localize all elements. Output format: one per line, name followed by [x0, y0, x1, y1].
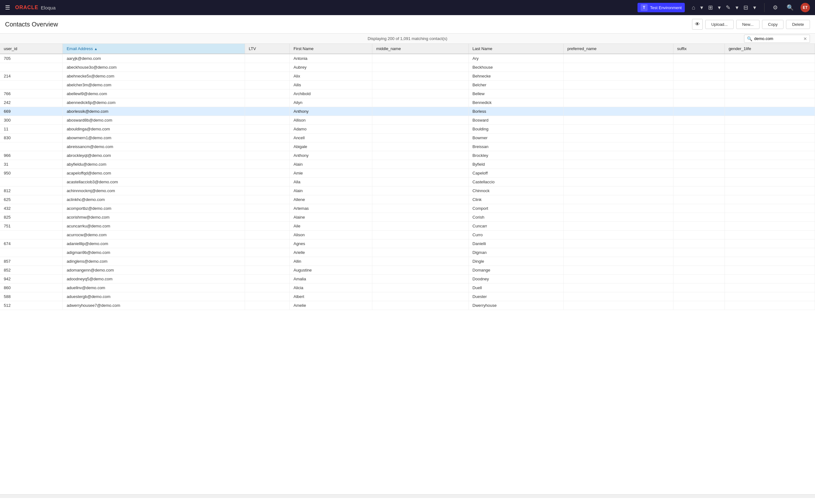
eye-button[interactable]: 👁 — [692, 19, 703, 30]
table-row[interactable]: 942adoodneyq5@demo.comAmaliaDoodney — [0, 275, 815, 283]
cell-email_address: abrockleyqt@demo.com — [63, 151, 245, 160]
cell-first_name: Ailis — [290, 81, 372, 89]
horizontal-scrollbar[interactable] — [0, 494, 815, 498]
table-row[interactable]: 300abosward8b@demo.comAllisonBosward — [0, 116, 815, 125]
table-row[interactable]: abreissancm@demo.comAbigaleBreissan — [0, 142, 815, 151]
cell-user_id: 588 — [0, 292, 63, 301]
cell-gender_1life — [725, 116, 815, 125]
cell-email_address: adinglens@demo.com — [63, 257, 245, 266]
cell-last_name: Curro — [468, 231, 563, 239]
oracle-logo: ORACLE — [15, 5, 38, 10]
edit-icon[interactable]: ✎ — [724, 3, 732, 12]
cell-preferred_name — [563, 231, 673, 239]
table-row[interactable]: 950acapeloffqd@demo.comAmieCapeloff — [0, 169, 815, 178]
settings-icon[interactable]: ⚙ — [771, 3, 780, 12]
table-row[interactable]: 830abowmern1@demo.comAncellBowmer — [0, 134, 815, 142]
cell-first_name: Alain — [290, 160, 372, 169]
col-header-gender_1life[interactable]: gender_1life — [725, 44, 815, 54]
contacts-table-container[interactable]: user_idEmail Address▲LTVFirst Namemiddle… — [0, 44, 815, 494]
table-row[interactable]: 825acorishmw@demo.comAlaineCorish — [0, 213, 815, 222]
apps-dropdown-icon[interactable]: ▾ — [716, 3, 723, 12]
cell-middle_name — [372, 72, 468, 81]
cell-suffix — [673, 134, 725, 142]
cell-user_id: 669 — [0, 107, 63, 116]
cell-middle_name — [372, 107, 468, 116]
table-row[interactable]: 11abouldinga@demo.comAdamoBoulding — [0, 125, 815, 134]
table-row[interactable]: 588aduestergb@demo.comAlbertDuester — [0, 292, 815, 301]
table-row[interactable]: 751acuncarrku@demo.comAileCuncarr — [0, 222, 815, 231]
cell-preferred_name — [563, 81, 673, 89]
environment-badge[interactable]: T Test Environment — [638, 3, 685, 12]
table-row[interactable]: 625aclinkhc@demo.comAlleneClink — [0, 195, 815, 204]
col-header-middle_name[interactable]: middle_name — [372, 44, 468, 54]
col-header-suffix[interactable]: suffix — [673, 44, 725, 54]
table-row[interactable]: 432acomportbz@demo.comArtemasComport — [0, 204, 815, 213]
table-row[interactable]: 669aborlessik@demo.comAnthonyBorless — [0, 107, 815, 116]
cell-email_address: abreissancm@demo.com — [63, 142, 245, 151]
table-row[interactable]: acurrocw@demo.comAlisonCurro — [0, 231, 815, 239]
page-header: Contacts Overview 👁 Upload... New... Cop… — [0, 15, 815, 34]
home-icon[interactable]: ⌂ — [690, 3, 697, 12]
cell-first_name: Amelie — [290, 301, 372, 310]
cell-last_name: Borless — [468, 107, 563, 116]
header-actions: 👁 Upload... New... Copy Delete — [692, 19, 810, 30]
table-row[interactable]: 852adomangenn@demo.comAugustineDomange — [0, 266, 815, 275]
copy-button[interactable]: Copy — [762, 20, 783, 29]
cell-middle_name — [372, 160, 468, 169]
cell-suffix — [673, 160, 725, 169]
cell-user_id: 214 — [0, 72, 63, 81]
clear-search-icon[interactable]: ✕ — [803, 36, 807, 41]
cell-middle_name — [372, 125, 468, 134]
col-header-preferred_name[interactable]: preferred_name — [563, 44, 673, 54]
new-button[interactable]: New... — [736, 20, 760, 29]
search-box[interactable]: 🔍 ✕ — [744, 35, 810, 43]
cell-suffix — [673, 107, 725, 116]
delete-button[interactable]: Delete — [786, 20, 810, 29]
cell-email_address: aclinkhc@demo.com — [63, 195, 245, 204]
cell-ltv — [245, 169, 290, 178]
cell-middle_name — [372, 116, 468, 125]
table-row[interactable]: 214abehnecke5x@demo.comAlixBehnecke — [0, 72, 815, 81]
table-row[interactable]: 966abrockleyqt@demo.comAnthonyBrockley — [0, 151, 815, 160]
table-row[interactable]: 857adinglens@demo.comAllinDingle — [0, 257, 815, 266]
hamburger-icon[interactable]: ☰ — [5, 4, 10, 11]
table-row[interactable]: 812achinnnockmj@demo.comAlainChinnock — [0, 186, 815, 195]
home-dropdown-icon[interactable]: ▾ — [698, 3, 705, 12]
table-row[interactable]: 705aaryjk@demo.comAntoniaAry — [0, 54, 815, 63]
cell-middle_name — [372, 222, 468, 231]
col-header-first_name[interactable]: First Name — [290, 44, 372, 54]
cell-preferred_name — [563, 248, 673, 257]
cell-suffix — [673, 213, 725, 222]
apps-icon[interactable]: ⊞ — [706, 3, 715, 12]
table-row[interactable]: adigman9b@demo.comArielleDigman — [0, 248, 815, 257]
cell-suffix — [673, 195, 725, 204]
cell-first_name: Adamo — [290, 125, 372, 134]
upload-button[interactable]: Upload... — [705, 20, 734, 29]
table-row[interactable]: abelcher3m@demo.comAilisBelcher — [0, 81, 815, 89]
search-input[interactable] — [754, 36, 801, 41]
cell-last_name: Capeloff — [468, 169, 563, 178]
table-row[interactable]: 31abyfieldu@demo.comAlainByfield — [0, 160, 815, 169]
cell-gender_1life — [725, 98, 815, 107]
cell-middle_name — [372, 231, 468, 239]
table-row[interactable]: acastellacciob3@demo.comAllaCastellaccio — [0, 178, 815, 186]
layout-icon[interactable]: ⊟ — [742, 3, 750, 12]
table-row[interactable]: abeckhouse3o@demo.comAubreyBeckhouse — [0, 63, 815, 72]
table-row[interactable]: 766abellewl9@demo.comArchiboldBellew — [0, 89, 815, 98]
table-row[interactable]: 242abennedick6p@demo.comAilynBennedick — [0, 98, 815, 107]
cell-ltv — [245, 107, 290, 116]
col-header-ltv[interactable]: LTV — [245, 44, 290, 54]
layout-dropdown-icon[interactable]: ▾ — [751, 3, 758, 12]
col-header-email_address[interactable]: Email Address▲ — [63, 44, 245, 54]
edit-dropdown-icon[interactable]: ▾ — [734, 3, 740, 12]
cell-last_name: Breissan — [468, 142, 563, 151]
user-avatar[interactable]: ET — [801, 3, 810, 12]
table-row[interactable]: 860aduellnv@demo.comAliciaDuell — [0, 283, 815, 292]
col-header-last_name[interactable]: Last Name — [468, 44, 563, 54]
table-row[interactable]: 512adwerryhousee7@demo.comAmelieDwerryho… — [0, 301, 815, 310]
table-row[interactable]: 674adanielllip@demo.comAgnesDanielli — [0, 239, 815, 248]
cell-preferred_name — [563, 283, 673, 292]
search-icon[interactable]: 🔍 — [785, 3, 795, 12]
col-header-user_id[interactable]: user_id — [0, 44, 63, 54]
cell-ltv — [245, 186, 290, 195]
